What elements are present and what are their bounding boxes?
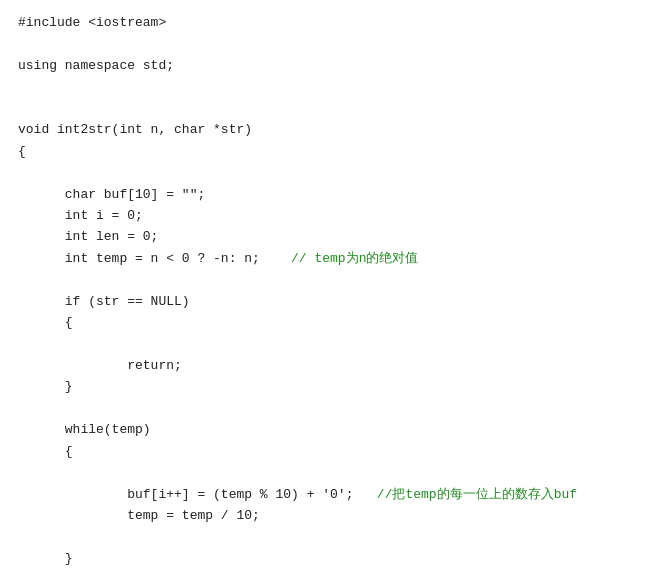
code-line-11: int len = 0;: [18, 226, 634, 247]
code-line-9: char buf[10] = "";: [18, 184, 634, 205]
code-line-5: [18, 98, 634, 119]
code-line-19: [18, 398, 634, 419]
code-line-14: if (str == NULL): [18, 291, 634, 312]
code-line-8: [18, 162, 634, 183]
code-line-18: }: [18, 376, 634, 397]
comment-23: //把temp的每一位上的数存入buf: [377, 487, 577, 502]
code-line-16: [18, 334, 634, 355]
code-line-12: int temp = n < 0 ? -n: n; // temp为n的绝对值: [18, 248, 634, 269]
code-line-1: #include <iostream>: [18, 12, 634, 33]
comment-12: // temp为n的绝对值: [291, 251, 418, 266]
code-line-20: while(temp): [18, 419, 634, 440]
code-line-26: }: [18, 548, 634, 569]
code-line-24: temp = temp / 10;: [18, 505, 634, 526]
code-line-6: void int2str(int n, char *str): [18, 119, 634, 140]
code-line-17: return;: [18, 355, 634, 376]
code-container: #include <iostream> using namespace std;…: [0, 0, 652, 573]
code-line-3: using namespace std;: [18, 55, 634, 76]
code-line-13: [18, 269, 634, 290]
code-line-7: {: [18, 141, 634, 162]
code-line-27: [18, 569, 634, 573]
code-line-15: {: [18, 312, 634, 333]
code-line-2: [18, 33, 634, 54]
code-line-4: [18, 76, 634, 97]
code-line-25: [18, 527, 634, 548]
code-line-21: {: [18, 441, 634, 462]
code-line-10: int i = 0;: [18, 205, 634, 226]
code-line-23: buf[i++] = (temp % 10) + '0'; //把temp的每一…: [18, 484, 634, 505]
code-line-22: [18, 462, 634, 483]
